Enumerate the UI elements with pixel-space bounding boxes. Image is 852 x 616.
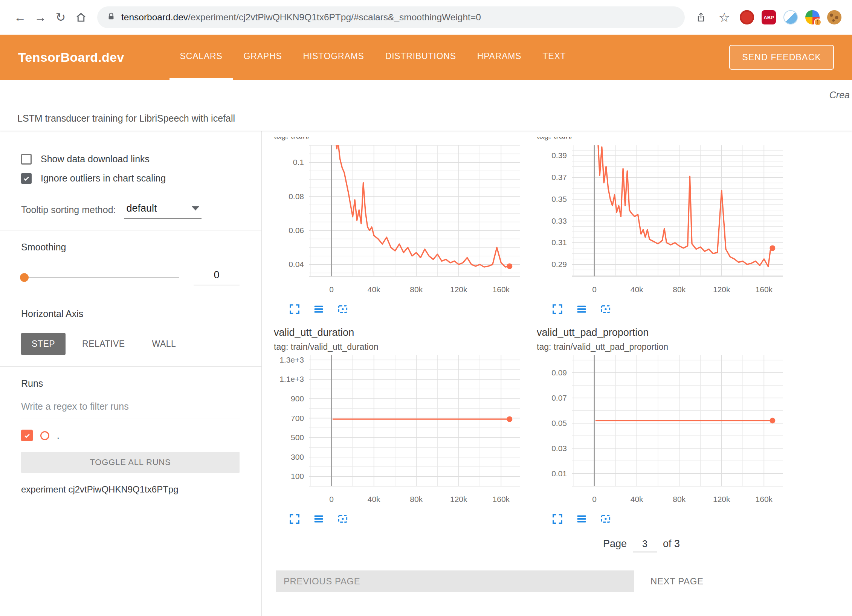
expand-icon[interactable] — [550, 302, 565, 316]
chart-toolbar — [287, 512, 524, 526]
toggle-all-runs-button[interactable]: TOGGLE ALL RUNS — [21, 452, 240, 473]
chart-header: tag: train/ — [274, 137, 524, 142]
slider-thumb[interactable] — [20, 273, 29, 282]
address-bar[interactable]: tensorboard.dev/experiment/cj2vtPiwQHKN9… — [97, 6, 685, 28]
smoothing-slider[interactable] — [21, 277, 179, 278]
checkbox-checked[interactable] — [21, 173, 32, 184]
subheader: Crea LSTM transducer training for LibriS… — [0, 80, 852, 131]
previous-page-button[interactable]: PREVIOUS PAGE — [276, 570, 634, 592]
svg-text:0.05: 0.05 — [551, 419, 567, 427]
share-icon[interactable] — [693, 7, 709, 27]
tab-graphs[interactable]: GRAPHS — [233, 35, 293, 80]
svg-text:160k: 160k — [756, 495, 773, 503]
svg-text:40k: 40k — [631, 495, 643, 503]
forward-icon[interactable]: → — [30, 7, 50, 27]
checkbox-unchecked[interactable] — [21, 154, 32, 165]
lock-icon — [107, 12, 115, 23]
tab-distributions[interactable]: DISTRIBUTIONS — [375, 35, 467, 80]
tooltip-sorting-value: default — [127, 203, 157, 214]
tab-text[interactable]: TEXT — [532, 35, 576, 80]
app-header: TensorBoard.dev SCALARSGRAPHSHISTOGRAMSD… — [0, 35, 852, 80]
scalar-line-chart[interactable]: 040k80k120k160k0.010.030.050.070.09 — [534, 354, 787, 507]
toggle-runs-icon[interactable] — [574, 302, 589, 316]
svg-text:0.1: 0.1 — [293, 158, 304, 166]
checkbox-label: Ignore outliers in chart scaling — [41, 173, 166, 184]
fit-domain-icon[interactable] — [336, 302, 350, 316]
cookie-icon[interactable] — [827, 10, 841, 24]
tooltip-sorting-label: Tooltip sorting method: — [21, 204, 116, 215]
svg-text:0.29: 0.29 — [551, 260, 567, 268]
chart-card: valid_utt_pad_proportion tag: train/vali… — [534, 320, 787, 528]
tab-scalars[interactable]: SCALARS — [169, 35, 233, 80]
svg-text:40k: 40k — [631, 285, 643, 294]
send-feedback-button[interactable]: SEND FEEDBACK — [729, 45, 834, 70]
bookmark-star-icon[interactable]: ☆ — [716, 7, 732, 27]
expand-icon[interactable] — [287, 302, 302, 316]
smoothing-value[interactable]: 0 — [194, 269, 240, 285]
svg-text:0.08: 0.08 — [289, 192, 304, 201]
svg-text:0.33: 0.33 — [551, 217, 567, 225]
chart-toolbar — [550, 512, 787, 526]
svg-text:80k: 80k — [673, 495, 686, 503]
svg-text:0: 0 — [592, 495, 597, 503]
chart-card: valid_utt_duration tag: train/valid_utt_… — [272, 320, 524, 528]
nav-tabs: SCALARSGRAPHSHISTOGRAMSDISTRIBUTIONSHPAR… — [169, 35, 577, 80]
back-icon[interactable]: ← — [10, 7, 30, 27]
ignore-outliers-checkbox-row[interactable]: Ignore outliers in chart scaling — [21, 173, 240, 184]
chart-header: valid_utt_duration tag: train/valid_utt_… — [274, 327, 524, 352]
svg-text:0.01: 0.01 — [551, 469, 567, 478]
chart-header: tag: train/ — [537, 137, 787, 142]
svg-text:0.03: 0.03 — [551, 444, 567, 453]
run-checkbox-checked[interactable] — [21, 430, 33, 441]
url-path: /experiment/cj2vtPiwQHKN9Q1tx6PTpg/#scal… — [188, 12, 481, 22]
toggle-runs-icon[interactable] — [574, 512, 589, 526]
run-color-swatch — [40, 431, 49, 440]
chart-title: valid_utt_pad_proportion — [537, 327, 787, 338]
svg-text:0.35: 0.35 — [551, 195, 567, 203]
smoothing-label: Smoothing — [21, 242, 240, 253]
profile-extension-icon[interactable]: 1 — [805, 10, 820, 24]
scalar-line-chart[interactable]: 040k80k120k160k0.290.310.330.350.370.39 — [534, 144, 787, 297]
experiment-title: LSTM transducer training for LibriSpeech… — [17, 113, 235, 124]
abp-extension-icon[interactable]: ABP — [762, 10, 776, 24]
svg-text:40k: 40k — [368, 495, 380, 503]
runs-label: Runs — [21, 378, 240, 389]
refresh-icon[interactable]: ↻ — [50, 7, 71, 27]
home-icon[interactable] — [71, 7, 91, 27]
chart-tag: tag: train/ — [537, 137, 787, 141]
pie-extension-icon[interactable] — [783, 10, 798, 24]
svg-text:700: 700 — [291, 414, 304, 422]
clipped-right-text: Crea — [829, 90, 850, 101]
pagination: Page of 3 — [603, 538, 852, 552]
axis-relative-button[interactable]: RELATIVE — [72, 333, 136, 355]
run-name: . — [57, 430, 60, 441]
run-row[interactable]: . — [21, 430, 240, 441]
runs-filter-input[interactable] — [21, 401, 240, 418]
expand-icon[interactable] — [550, 512, 565, 526]
svg-text:0.04: 0.04 — [289, 260, 304, 268]
svg-text:0.37: 0.37 — [551, 173, 567, 181]
fit-domain-icon[interactable] — [599, 302, 613, 316]
page-number-input[interactable] — [633, 538, 657, 552]
svg-text:120k: 120k — [450, 285, 467, 294]
svg-text:0: 0 — [329, 495, 334, 503]
toggle-runs-icon[interactable] — [311, 512, 326, 526]
chart-tag: tag: train/valid_utt_pad_proportion — [537, 342, 787, 352]
scalar-line-chart[interactable]: 040k80k120k160k0.040.060.080.1 — [272, 144, 524, 297]
expand-icon[interactable] — [287, 512, 302, 526]
tooltip-sorting-select[interactable]: default — [124, 201, 202, 219]
axis-step-button[interactable]: STEP — [21, 333, 66, 355]
axis-wall-button[interactable]: WALL — [142, 333, 187, 355]
tab-hparams[interactable]: HPARAMS — [467, 35, 532, 80]
scalar-line-chart[interactable]: 040k80k120k160k1003005007009001.1e+31.3e… — [272, 354, 524, 507]
fit-domain-icon[interactable] — [336, 512, 350, 526]
tab-histograms[interactable]: HISTOGRAMS — [293, 35, 375, 80]
toggle-runs-icon[interactable] — [311, 302, 326, 316]
next-page-button[interactable]: NEXT PAGE — [648, 576, 706, 587]
svg-text:80k: 80k — [673, 285, 686, 294]
show-download-links-checkbox-row[interactable]: Show data download links — [21, 154, 240, 165]
adblock-extension-icon[interactable] — [740, 10, 754, 24]
fit-domain-icon[interactable] — [599, 512, 613, 526]
browser-toolbar: ← → ↻ tensorboard.dev/experiment/cj2vtPi… — [0, 0, 852, 35]
svg-text:120k: 120k — [713, 495, 730, 503]
